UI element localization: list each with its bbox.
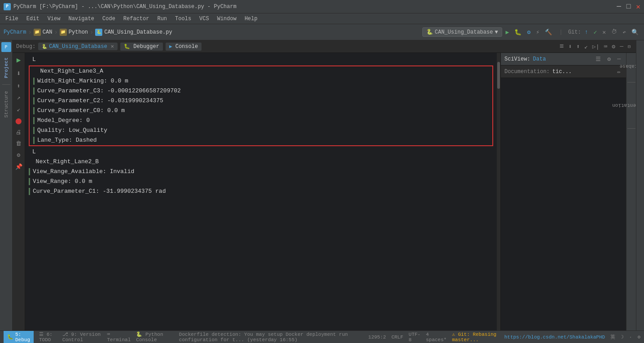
can-nav-label[interactable]: CAN (43, 29, 53, 35)
file-nav-label: CAN_Using_Database.py (104, 29, 172, 35)
git-push-button[interactable]: ↑ (583, 28, 590, 36)
scrollbar-track[interactable] (497, 53, 500, 330)
field-bar-8 (29, 168, 30, 175)
step-up-icon[interactable]: ⬆ (574, 42, 582, 51)
menu-view[interactable]: View (44, 15, 64, 23)
run-button[interactable]: ▶ (504, 28, 511, 37)
restore-icon[interactable]: ⊟ (626, 43, 632, 50)
field-lane-type: Lane_Type: Dashed (30, 135, 492, 145)
field-model-degree: Model_Degree: 0 (30, 116, 492, 126)
build-button[interactable]: 🔨 (543, 28, 554, 37)
menu-file[interactable]: File (2, 15, 22, 23)
field-view-range-available: View_Range_Available: Invalid (25, 167, 497, 177)
python-console-status-item[interactable]: 🐍 Python Console (136, 331, 168, 343)
debug-settings-button[interactable]: ⚙ (15, 151, 22, 160)
debug-trash-button[interactable]: 🗑 (14, 139, 23, 148)
cursor-position[interactable]: 1295:2 (368, 334, 386, 340)
git-warning[interactable]: ⚠ Git: Rebasing master... (452, 331, 499, 343)
close-panel-icon[interactable]: — (618, 42, 625, 51)
stop-button[interactable]: ⬆ (15, 82, 22, 91)
restart-button[interactable]: ↗ (15, 93, 22, 102)
field-curve-c2: Curve_Parameter_C2: -0.0319990234375 (30, 96, 492, 106)
pause-button[interactable]: ⬇ (15, 68, 23, 79)
debug-panel: Debug: 🐍 CAN_Using_Database ✕ 🐛 Debugger… (13, 40, 636, 330)
sidebar-separator (2, 84, 10, 85)
lang-icon[interactable]: 英 (610, 334, 615, 340)
menu-tools[interactable]: Tools (171, 15, 195, 23)
python-nav-label[interactable]: Python (69, 29, 88, 35)
csdn-url[interactable]: https://blog.csdn.net/ShakalakaPHD (504, 334, 605, 340)
settings-icon[interactable]: ⚙ (610, 42, 617, 51)
menu-edit[interactable]: Edit (23, 15, 43, 23)
console-tab[interactable]: ▶ Console (166, 43, 202, 51)
far-right-sidebar: Database Documentation (626, 53, 636, 330)
section-header-2: Next_Right_Lane2_B (25, 157, 497, 167)
menu-refactor[interactable]: Refactor (120, 15, 153, 23)
field-bar-6 (33, 127, 35, 134)
debug-left-tools: ▶ ⬇ ⬆ ↗ ↙ ⬤ 🖨 🗑 ⚙ 📌 (13, 53, 25, 330)
menu-help[interactable]: Help (241, 15, 261, 23)
sciview-close-icon[interactable]: — (615, 55, 622, 63)
view-breakpoints-button[interactable]: ⬤ (13, 117, 24, 126)
close-button[interactable]: ✕ (636, 2, 640, 11)
terminal-status-item[interactable]: ⌨ Terminal (107, 331, 131, 343)
debug-print-button[interactable]: 🖨 (14, 128, 23, 137)
evaluate-icon[interactable]: ⌨ (602, 42, 609, 51)
undo-button[interactable]: ↶ (621, 28, 628, 37)
pycharm-nav-label[interactable]: PyCharm (4, 29, 26, 35)
sciview-list-icon[interactable]: ☰ (594, 55, 603, 64)
search-button[interactable]: 🔍 (630, 28, 640, 37)
menu-code[interactable]: Code (99, 15, 119, 23)
field-width-right-marking: Width_Right_Marking: 0.0 m (30, 76, 492, 86)
field-bar-5 (33, 117, 35, 124)
step-into-icon[interactable]: ↙ (583, 42, 590, 51)
highlighted-block: Next_Right_Lane3_A Width_Right_Marking: … (29, 65, 493, 146)
sciview-settings-icon[interactable]: ⚙ (605, 55, 613, 64)
line-ending[interactable]: CRLF (391, 334, 403, 340)
scrollbar-thumb[interactable] (497, 62, 500, 89)
step-down-icon[interactable]: ⬇ (566, 42, 574, 51)
settings-icon[interactable]: ⚙ (637, 334, 640, 340)
status-message: Dockerfile detection: You may setup Dock… (179, 332, 363, 343)
run-config-dropdown[interactable]: 🐍 CAN_Using_Database ▼ (422, 27, 502, 37)
project-icon[interactable]: P (1, 42, 11, 52)
run-config-label: CAN_Using_Database (435, 29, 493, 35)
resume-button[interactable]: ▶ (15, 55, 23, 65)
indent[interactable]: 4 spaces* (426, 332, 447, 343)
mute-button[interactable]: ↙ (15, 105, 22, 114)
project-breadcrumb: PyCharm › 📁 CAN › 📁 Python › 🐍 CAN_Using… (4, 29, 172, 36)
debug-status-item[interactable]: 🐛 5: Debug (4, 331, 34, 343)
profile-button[interactable]: ⚡ (534, 28, 541, 37)
git-history-button[interactable]: ⏱ (609, 28, 619, 36)
debug-config-tab[interactable]: 🐍 CAN_Using_Database ✕ (38, 43, 118, 50)
menu-run[interactable]: Run (153, 15, 171, 23)
debug-pin-button[interactable]: 📌 (13, 162, 24, 171)
debug-button[interactable]: 🐛 (513, 28, 523, 37)
version-control-status-item[interactable]: ⎇ 9: Version Control (62, 331, 102, 343)
debugger-tab[interactable]: 🐛 Debugger (120, 43, 163, 51)
documentation-tab-label[interactable]: Documentation (612, 103, 636, 108)
project-tab-label[interactable]: Project (4, 54, 9, 82)
sciview-doc-label: Documentation: (504, 69, 550, 75)
field-bar-7 (33, 137, 35, 144)
maximize-button[interactable]: □ (626, 3, 631, 11)
python-folder-icon: 📁 (60, 29, 67, 36)
menu-window[interactable]: Window (214, 15, 240, 23)
run-to-cursor-icon[interactable]: ▷| (591, 42, 601, 51)
todo-status-item[interactable]: ☰ 6: TODO (39, 331, 57, 343)
console-output: L Next_Right_Lane3_A Width_Right_Marking… (25, 53, 497, 330)
structure-tab-label[interactable]: Structure (4, 87, 9, 121)
debug-close-icon[interactable]: ✕ (111, 43, 114, 50)
database-tab-label[interactable]: Database (619, 64, 636, 69)
menu-vcs[interactable]: VCS (196, 15, 213, 23)
encoding[interactable]: UTF-8 (409, 332, 421, 343)
step-over-icon[interactable]: ≡ (558, 42, 566, 52)
sciview-header: SciView: Data ☰ ⚙ — (501, 53, 626, 65)
debug-config-label: CAN_Using_Database (49, 43, 107, 50)
console-line-l-mid: L (25, 147, 497, 157)
sciview-data-label[interactable]: Data (533, 56, 546, 62)
far-left-sidebar: P Project Structure (0, 40, 13, 330)
minimize-button[interactable]: ─ (617, 3, 621, 11)
coverage-button[interactable]: ⚙ (525, 28, 532, 37)
menu-navigate[interactable]: Navigate (65, 15, 98, 23)
